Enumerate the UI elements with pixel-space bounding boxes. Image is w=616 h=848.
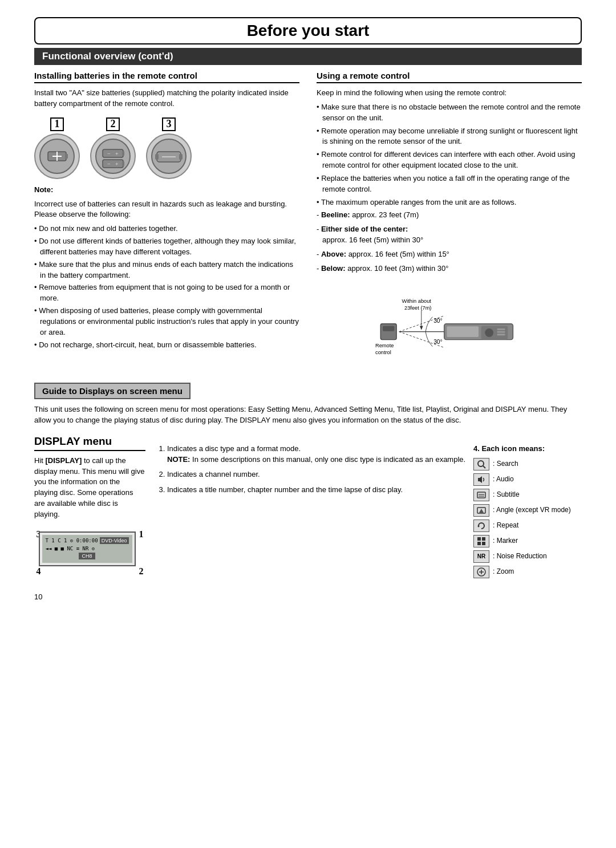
remote-bullet-1: Make sure that there is no obstacle betw… xyxy=(317,102,582,124)
screen-mockup-wrapper: 3 1 T 1 C 1 ⊙ 0:00:00 DVD-Video ◄◄ ■ ■ N… xyxy=(39,531,141,566)
note-label: Note: xyxy=(34,185,299,196)
battery-step-2: 2 − + − + xyxy=(90,117,136,179)
guide-displays-text: This unit uses the following on screen m… xyxy=(34,404,582,426)
remote-bullet-4: Replace the batteries when you notice a … xyxy=(317,173,582,195)
screen-dvd-label: DVD-Video xyxy=(100,537,129,544)
audio-icon xyxy=(473,473,489,486)
icon-noise-reduction: NR : Noise Reduction xyxy=(473,550,582,563)
svg-text:23feet (7m): 23feet (7m) xyxy=(404,305,431,310)
screen-row-2: ◄◄ ■ ■ NC ≡ NR ⊙ xyxy=(46,546,129,551)
display-step-3: Indicates a title number, chapter number… xyxy=(167,485,468,496)
screen-timecode: T 1 C 1 ⊙ 0:00:00 xyxy=(46,538,98,543)
step-num-1: 1 xyxy=(50,117,64,131)
battery-note-1: Do not mix new and old batteries togethe… xyxy=(34,224,299,234)
angle-icon xyxy=(473,504,489,517)
battery-note-3: Make sure that the plus and minus ends o… xyxy=(34,259,299,281)
using-remote-section: Using a remote control Keep in mind the … xyxy=(317,71,582,375)
icon-angle: : Angle (except VR mode) xyxy=(473,504,582,517)
svg-text:Within about: Within about xyxy=(402,298,431,303)
display-menu-title: DISPLAY menu xyxy=(34,435,145,451)
using-remote-title: Using a remote control xyxy=(317,71,582,83)
noise-reduction-icon: NR xyxy=(473,550,489,563)
svg-text:+: + xyxy=(115,161,119,167)
installing-batteries-section: Installing batteries in the remote contr… xyxy=(34,71,299,375)
remote-bullet-3: Remote control for different devices can… xyxy=(317,149,582,171)
svg-text:control: control xyxy=(375,349,391,355)
screen-row-1: T 1 C 1 ⊙ 0:00:00 DVD-Video xyxy=(46,537,129,544)
screen-mockup: T 1 C 1 ⊙ 0:00:00 DVD-Video ◄◄ ■ ■ NC ≡ … xyxy=(39,531,136,566)
remote-bullet-5: The maximum operable ranges from the uni… xyxy=(317,197,582,208)
subtitle-icon-label: : Subtitle xyxy=(493,490,520,500)
corner-2: 2 xyxy=(139,566,144,577)
search-icon xyxy=(473,458,489,470)
svg-rect-50 xyxy=(477,542,481,545)
guide-displays-header: Guide to Displays on screen menu xyxy=(34,383,191,399)
svg-point-39 xyxy=(478,461,484,466)
above-text: - Above: approx. 16 feet (5m) within 15° xyxy=(317,249,582,260)
zoom-icon xyxy=(473,566,489,578)
svg-text:−: − xyxy=(107,151,111,157)
remote-bullet-2: Remote operation may become unreliable i… xyxy=(317,126,582,148)
battery-step-1: 1 xyxy=(34,117,80,179)
svg-rect-25 xyxy=(497,334,505,335)
icon-audio: : Audio xyxy=(473,473,582,486)
icons-list: : Search : Audio xyxy=(473,458,582,578)
battery-step-3: 3 xyxy=(146,117,192,179)
remote-bullets: Make sure that there is no obstacle betw… xyxy=(317,102,582,208)
svg-text:30°: 30° xyxy=(433,339,442,345)
installing-batteries-intro: Install two "AA" size batteries (supplie… xyxy=(34,88,299,109)
svg-rect-42 xyxy=(477,492,485,498)
svg-rect-20 xyxy=(447,326,479,337)
page-title-wrapper: Before you start xyxy=(34,17,582,44)
battery-steps: 1 2 xyxy=(34,117,299,179)
svg-text:30°: 30° xyxy=(433,318,442,324)
svg-marker-41 xyxy=(478,476,482,483)
angle-icon-label: : Angle (except VR mode) xyxy=(493,506,571,515)
display-steps: Indicates a disc type and a format mode.… xyxy=(157,444,468,496)
svg-rect-17 xyxy=(179,154,183,160)
battery-note-2: Do not use different kinds of batteries … xyxy=(34,236,299,258)
note-intro: Incorrect use of batteries can result in… xyxy=(34,199,299,221)
svg-marker-47 xyxy=(477,526,480,528)
remote-diagram: 30° 30° Within about 23feet (7m) Remote … xyxy=(317,283,582,375)
icon-zoom: : Zoom xyxy=(473,566,582,578)
page-number: 10 xyxy=(34,593,582,601)
svg-rect-10 xyxy=(103,160,123,168)
svg-rect-16 xyxy=(155,154,159,160)
svg-rect-2 xyxy=(65,154,68,159)
screen-icons: ◄◄ ■ ■ NC ≡ NR ⊙ xyxy=(46,546,95,551)
section-header: Functional overview (cont'd) xyxy=(34,48,582,65)
battery-image-2: − + − + xyxy=(90,133,136,179)
battery-image-1 xyxy=(34,133,80,179)
svg-rect-23 xyxy=(497,328,505,330)
corner-4: 4 xyxy=(37,566,41,577)
marker-icon-label: : Marker xyxy=(493,537,518,546)
svg-rect-49 xyxy=(482,537,485,541)
display-col-3: 4. Each icon means: : Search : Audio xyxy=(468,435,582,581)
svg-point-22 xyxy=(485,328,493,337)
svg-marker-46 xyxy=(479,509,484,513)
display-step-2: Indicates a channel number. xyxy=(167,469,468,480)
battery-note-5: When disposing of used batteries, please… xyxy=(34,306,299,338)
subtitle-icon xyxy=(473,489,489,501)
noise-reduction-icon-label: : Noise Reduction xyxy=(493,552,547,561)
battery-image-3 xyxy=(146,133,192,179)
svg-rect-11 xyxy=(122,161,124,166)
svg-rect-24 xyxy=(497,331,505,332)
display-step-1: Indicates a disc type and a format mode.… xyxy=(167,444,468,465)
zoom-icon-label: : Zoom xyxy=(493,567,514,577)
battery-note-4: Remove batteries from equipment that is … xyxy=(34,282,299,304)
repeat-icon-label: : Repeat xyxy=(493,521,518,530)
below-text: - Below: approx. 10 feet (3m) within 30° xyxy=(317,263,582,274)
svg-line-40 xyxy=(483,466,485,468)
using-remote-intro: Keep in mind the following when using th… xyxy=(317,88,582,99)
audio-icon-label: : Audio xyxy=(493,475,514,484)
svg-rect-36 xyxy=(383,326,394,331)
step-num-3: 3 xyxy=(162,117,176,131)
display-menu-col1-text: Hit [DISPLAY] to call up the display men… xyxy=(34,456,145,520)
battery-note-6: Do not recharge, short-circuit, heat, bu… xyxy=(34,340,299,351)
display-col-2: Indicates a disc type and a format mode.… xyxy=(145,435,468,581)
screen-ch: CH8 xyxy=(79,553,95,559)
corner-1: 1 xyxy=(139,529,144,539)
svg-text:Remote: Remote xyxy=(375,343,394,348)
